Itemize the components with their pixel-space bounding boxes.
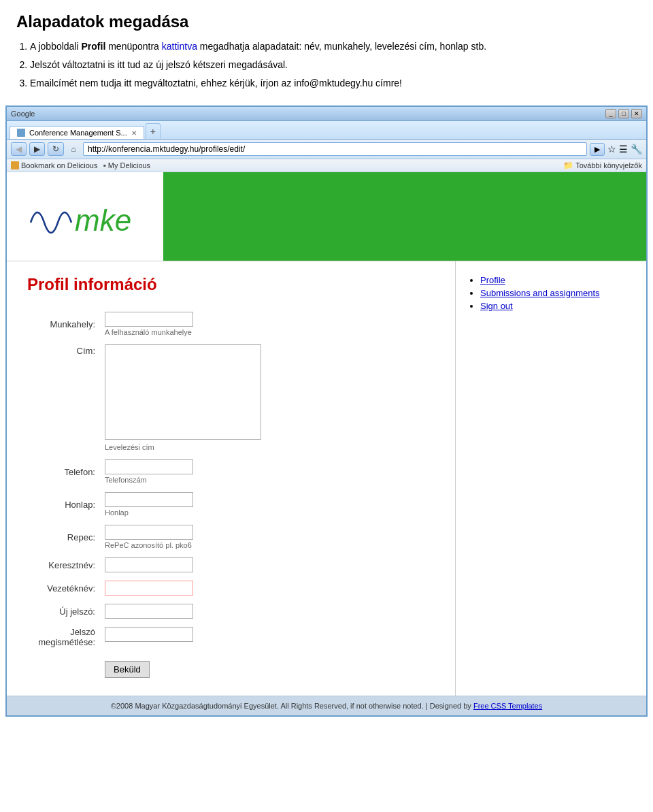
tools-icon: 🔧 (631, 144, 642, 155)
submit-label-cell (27, 651, 102, 682)
bookmarks-bar: Bookmark on Delicious ▪ My Delicious 📁 T… (7, 159, 646, 172)
cim-hint: Levelezési cím (105, 443, 432, 451)
close-button[interactable]: ✕ (631, 109, 642, 118)
footer-text: ©2008 Magyar Közgazdaságtudományi Egyesü… (111, 702, 473, 710)
sidebar: Profile Submissions and assignments Sign… (456, 261, 646, 696)
vezeteknev-input[interactable] (105, 581, 193, 596)
sidebar-item-signout: Sign out (480, 301, 635, 311)
instruction-item-3: Emailcímét nem tudja itt megváltoztatni,… (30, 76, 637, 91)
menu-icon: ☰ (619, 144, 628, 155)
telefon-hint: Telefonszám (105, 476, 432, 484)
back-button[interactable]: ◀ (11, 142, 27, 156)
page-title: Alapadatok megadása (16, 12, 637, 31)
cim-label: Cím: (27, 340, 102, 455)
cim-textarea[interactable] (105, 344, 261, 440)
address-bar[interactable] (83, 142, 587, 156)
telefon-cell: Telefonszám (102, 455, 435, 488)
jelszo-megismetlese-label: Jelszó megismétlése: (27, 623, 102, 651)
submit-button[interactable]: Beküld (105, 661, 150, 678)
site-logo-box: mke (7, 172, 163, 261)
vezeteknev-label: Vezetéknév: (27, 576, 102, 600)
instruction-item-1: A jobboldali Profil menüpontra kattintva… (30, 39, 637, 54)
ujjelszo-cell (102, 600, 435, 623)
more-bookmarks[interactable]: 📁 További könyvjelzők (563, 161, 642, 170)
jelszo-megismetlese-cell (102, 623, 435, 651)
ujjelszo-label: Új jelszó: (27, 600, 102, 623)
sidebar-item-profile: Profile (480, 275, 635, 285)
jelszo-megismetlese-input[interactable] (105, 627, 193, 642)
telefon-label: Telefon: (27, 455, 102, 488)
submissions-link[interactable]: Submissions and assignments (480, 288, 600, 298)
instruction-item-2: Jelszót változtatni is itt tud az új jel… (30, 58, 637, 72)
profil-bold: Profil (82, 41, 106, 52)
bookmark-folder-icon: ▪ (103, 161, 106, 170)
munkahely-hint: A felhasználó munkahelye (105, 328, 432, 336)
sidebar-item-submissions: Submissions and assignments (480, 288, 635, 298)
ujjelszo-input[interactable] (105, 604, 193, 619)
vezeteknev-row: Vezetéknév: (27, 576, 435, 600)
instructions-section: Alapadatok megadása A jobboldali Profil … (0, 0, 653, 105)
cim-cell: Levelezési cím (102, 340, 435, 455)
honlap-cell: Honlap (102, 488, 435, 521)
tab-close-icon[interactable]: ✕ (131, 129, 137, 137)
munkahely-input[interactable] (105, 312, 193, 327)
footer-link[interactable]: Free CSS Templates (473, 702, 542, 710)
repec-input[interactable] (105, 525, 193, 540)
minimize-button[interactable]: _ (605, 109, 616, 118)
honlap-label: Honlap: (27, 488, 102, 521)
site-header: mke (7, 172, 646, 261)
jelszo-megismetlese-row: Jelszó megismétlése: (27, 623, 435, 651)
repec-label: Repec: (27, 521, 102, 553)
home-icon: ⌂ (67, 144, 80, 154)
signout-link[interactable]: Sign out (480, 301, 513, 311)
active-tab[interactable]: Conference Management S... ✕ (10, 126, 144, 139)
submit-row: Beküld (27, 651, 435, 682)
bookmark-delicious-label: Bookmark on Delicious (21, 161, 98, 169)
go-button[interactable]: ▶ (590, 143, 605, 156)
bookmark-mydelicious[interactable]: ▪ My Delicious (103, 161, 151, 170)
svg-text:mke: mke (75, 204, 131, 237)
window-controls: _ □ ✕ (605, 109, 642, 118)
honlap-input[interactable] (105, 492, 193, 507)
telefon-row: Telefon: Telefonszám (27, 455, 435, 488)
profile-link[interactable]: Profile (480, 275, 505, 285)
honlap-row: Honlap: Honlap (27, 488, 435, 521)
repec-cell: RePeC azonosító pl. pko6 (102, 521, 435, 553)
keresztnev-row: Keresztnév: (27, 553, 435, 576)
nav-icons: ☆ ☰ 🔧 (607, 144, 642, 155)
keresztnev-input[interactable] (105, 557, 193, 572)
profile-form: Munkahely: A felhasználó munkahelye Cím: (27, 308, 435, 682)
instructions-list: A jobboldali Profil menüpontra kattintva… (30, 39, 637, 91)
munkahely-cell: A felhasználó munkahelye (102, 308, 435, 340)
site-content: mke Profil információ Munkahely: (7, 172, 646, 715)
browser-titlebar: Google _ □ ✕ (7, 107, 646, 121)
form-title: Profil információ (27, 275, 435, 294)
cim-row: Cím: Levelezési cím (27, 340, 435, 455)
repec-hint: RePeC azonosító pl. pko6 (105, 541, 432, 549)
tab-favicon-icon (17, 129, 25, 137)
vezeteknev-cell (102, 576, 435, 600)
browser-window: Google _ □ ✕ Conference Management S... … (5, 105, 648, 717)
forward-button[interactable]: ▶ (29, 142, 45, 156)
keresztnev-cell (102, 553, 435, 576)
browser-google-label: Google (11, 110, 35, 118)
site-logo: mke (24, 189, 146, 245)
honlap-hint: Honlap (105, 508, 432, 517)
bookmark-star-icon: ☆ (607, 144, 616, 155)
new-tab-button[interactable]: + (146, 123, 161, 139)
munkahely-row: Munkahely: A felhasználó munkahelye (27, 308, 435, 340)
bookmark-delicious[interactable]: Bookmark on Delicious (11, 161, 98, 169)
site-main: Profil információ Munkahely: A felhaszná… (7, 261, 646, 696)
refresh-button[interactable]: ↻ (48, 142, 64, 156)
telefon-input[interactable] (105, 459, 193, 474)
ujjelszo-row: Új jelszó: (27, 600, 435, 623)
maximize-button[interactable]: □ (618, 109, 629, 118)
repec-row: Repec: RePeC azonosító pl. pko6 (27, 521, 435, 553)
sidebar-nav: Profile Submissions and assignments Sign… (480, 275, 635, 311)
kattintva-link: kattintva (162, 41, 197, 52)
titlebar-left: Google (11, 110, 35, 118)
folder-icon: 📁 (563, 161, 573, 170)
munkahely-label: Munkahely: (27, 308, 102, 340)
browser-nav: ◀ ▶ ↻ ⌂ ▶ ☆ ☰ 🔧 (7, 140, 646, 159)
bookmark-favicon-icon (11, 161, 19, 169)
